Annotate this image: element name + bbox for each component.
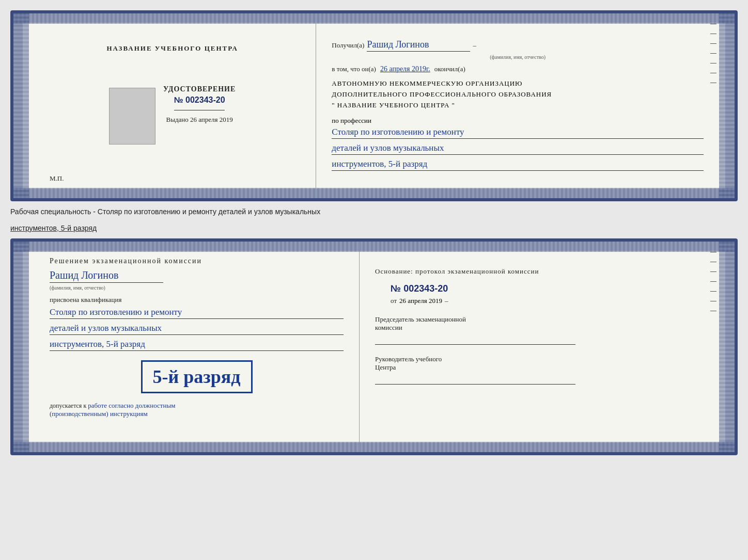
- mp-label: М.П.: [44, 174, 64, 183]
- dash-2: –: [445, 297, 448, 305]
- rukovoditel-title2: Центра: [375, 363, 709, 372]
- right-strip-1: [719, 13, 735, 198]
- right-deco-2: [710, 252, 716, 311]
- recipient-name-1: Рашид Логинов: [367, 39, 470, 52]
- prof-text-2: деталей и узлов музыкальных: [332, 143, 444, 153]
- prof-line-2: деталей и узлов музыкальных: [332, 143, 704, 155]
- ot-label: от: [391, 297, 397, 305]
- dopuskaetsya-block: допускается к работе согласно должностны…: [50, 402, 344, 418]
- org-name: " НАЗВАНИЕ УЧЕБНОГО ЦЕНТРА ": [332, 100, 704, 111]
- recipient2-block: Рашид Логинов: [50, 269, 344, 283]
- predsedatel-title: Председатель экзаменационной: [375, 315, 709, 324]
- fio-hint-1: (фамилия, имя, отчество): [332, 54, 704, 60]
- po-professii-label: по профессии: [332, 117, 704, 125]
- specialty-label-2: инструментов, 5-й разряд: [10, 222, 738, 234]
- predsedatel-block: Председатель экзаменационной комиссии: [375, 315, 709, 345]
- vtom-date: 26 апреля 2019г.: [380, 65, 430, 73]
- prof-text-1: Столяр по изготовлению и ремонту: [332, 127, 464, 137]
- profession-block-2: Столяр по изготовлению и ремонту деталей…: [50, 307, 344, 351]
- dopuskaetsya-label: допускается к: [50, 402, 86, 409]
- ot-row: от 26 апреля 2019 –: [391, 297, 709, 305]
- vydano-label: Выдано: [166, 116, 189, 123]
- big-rank-wrapper: 5-й разряд: [50, 355, 344, 398]
- org-line2: ДОПОЛНИТЕЛЬНОГО ПРОФЕССИОНАЛЬНОГО ОБРАЗО…: [332, 89, 704, 100]
- org-line1: АВТОНОМНУЮ НЕКОММЕРЧЕСКУЮ ОРГАНИЗАЦИЮ: [332, 78, 704, 89]
- right-strip-2: [719, 242, 735, 452]
- prof2-text-2: деталей и узлов музыкальных: [50, 323, 162, 333]
- ot-date: 26 апреля 2019: [399, 297, 442, 305]
- specialty-text-1: Рабочая специальность - Столяр по изгото…: [10, 207, 320, 216]
- certificate-card-2: Решением экзаменационной комиссии Рашид …: [10, 238, 738, 455]
- left-strip-2: [13, 242, 29, 452]
- vtom-row: в том, что он(а) 26 апреля 2019г. окончи…: [332, 65, 704, 73]
- certificate-card-1: НАЗВАНИЕ УЧЕБНОГО ЦЕНТРА УДОСТОВЕРЕНИЕ №…: [10, 10, 738, 201]
- prof-text-3: инструментов, 5-й разряд: [332, 159, 427, 169]
- divider-1: [174, 110, 225, 110]
- fio-hint-2: (фамилия, имя, отчество): [50, 285, 344, 291]
- udost-number: № 002343-20: [163, 95, 236, 105]
- cert2-left: Решением экзаменационной комиссии Рашид …: [13, 242, 360, 452]
- recipient2-name-wrapper: Рашид Логинов: [50, 269, 163, 283]
- specialty-text-2: инструментов, 5-й разряд: [10, 224, 97, 232]
- predsedatel-title2: комиссии: [375, 324, 709, 332]
- vtom-label: в том, что он(а): [332, 65, 376, 73]
- udost-title: УДОСТОВЕРЕНИЕ: [163, 85, 236, 93]
- vydano-block: Выдано 26 апреля 2019: [163, 116, 236, 124]
- prof-line-1: Столяр по изготовлению и ремонту: [332, 127, 704, 139]
- cert1-right: Получил(а) Рашид Логинов – (фамилия, имя…: [316, 13, 735, 198]
- right-deco-1: [710, 24, 716, 83]
- prof2-text-3: инструментов, 5-й разряд: [50, 339, 145, 349]
- dash-1: –: [473, 41, 476, 50]
- prof2-line-1: Столяр по изготовлению и ремонту: [50, 307, 344, 319]
- cert1-top-label: НАЗВАНИЕ УЧЕБНОГО ЦЕНТРА: [106, 44, 238, 53]
- resheniem-title: Решением экзаменационной комиссии: [50, 257, 344, 265]
- cert1-left: НАЗВАНИЕ УЧЕБНОГО ЦЕНТРА УДОСТОВЕРЕНИЕ №…: [13, 13, 316, 198]
- org-block: АВТОНОМНУЮ НЕКОММЕРЧЕСКУЮ ОРГАНИЗАЦИЮ ДО…: [332, 78, 704, 110]
- okonchil-label: окончил(а): [434, 65, 465, 73]
- dopusk-text: работе согласно должностным: [88, 402, 175, 409]
- prof2-text-1: Столяр по изготовлению и ремонту: [50, 307, 182, 317]
- rukovoditel-sign-line: [375, 374, 575, 385]
- specialty-label-1: Рабочая специальность - Столяр по изгото…: [10, 205, 738, 218]
- prof-line-3: инструментов, 5-й разряд: [332, 159, 704, 171]
- poluchil-label: Получил(а): [332, 41, 364, 50]
- profession-block-1: Столяр по изготовлению и ремонту деталей…: [332, 127, 704, 171]
- cert2-left-content: Решением экзаменационной комиссии Рашид …: [50, 257, 344, 418]
- cert2-right: Основание: протокол экзаменационной коми…: [360, 242, 735, 452]
- big-rank-text: 5-й разряд: [141, 360, 253, 393]
- recipient2-name: Рашид Логинов: [50, 269, 118, 281]
- prof2-line-3: инструментов, 5-й разряд: [50, 339, 344, 351]
- dopusk-text2: (производственным) инструкциям: [50, 410, 148, 418]
- udost-block: УДОСТОВЕРЕНИЕ № 002343-20 Выдано 26 апре…: [163, 85, 236, 124]
- page-wrapper: НАЗВАНИЕ УЧЕБНОГО ЦЕНТРА УДОСТОВЕРЕНИЕ №…: [10, 10, 738, 455]
- rukovoditel-block: Руководитель учебного Центра: [375, 355, 709, 385]
- prisvoena-text: присвоена квалификация: [50, 296, 344, 304]
- predsedatel-sign-line: [375, 334, 575, 345]
- left-strip-1: [13, 13, 29, 198]
- proto-number: № 002343-20: [391, 283, 709, 294]
- rukovoditel-title: Руководитель учебного: [375, 355, 709, 363]
- vydano-date: 26 апреля 2019: [190, 116, 233, 123]
- osnovanie-title: Основание: протокол экзаменационной коми…: [375, 267, 709, 276]
- photo-placeholder: [109, 88, 155, 145]
- prof2-line-2: деталей и узлов музыкальных: [50, 323, 344, 335]
- recipient-row: Получил(а) Рашид Логинов –: [332, 39, 704, 52]
